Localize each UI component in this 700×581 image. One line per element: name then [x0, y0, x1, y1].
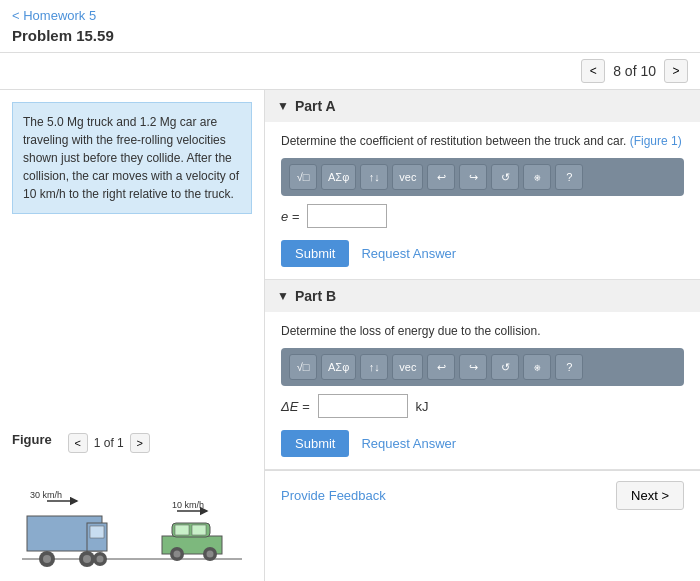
toolbar-b-redo[interactable]: ↪: [459, 354, 487, 380]
part-a-header[interactable]: ▼ Part A: [265, 90, 700, 122]
toolbar-b-undo[interactable]: ↩: [427, 354, 455, 380]
part-a-request[interactable]: Request Answer: [361, 246, 456, 261]
toolbar-a-vec[interactable]: vec: [392, 164, 423, 190]
part-a-instruction: Determine the coefficient of restitution…: [281, 134, 684, 148]
prev-button[interactable]: <: [581, 59, 605, 83]
figure-nav: < 1 of 1 >: [68, 433, 150, 453]
figure-prev-button[interactable]: <: [68, 433, 88, 453]
part-b-input-label: ΔE =: [281, 399, 310, 414]
feedback-link[interactable]: Provide Feedback: [281, 488, 386, 503]
next-button[interactable]: Next >: [616, 481, 684, 510]
part-a-title: Part A: [295, 98, 336, 114]
toolbar-a-undo[interactable]: ↩: [427, 164, 455, 190]
part-a-toggle: ▼: [277, 99, 289, 113]
part-b-instruction: Determine the loss of energy due to the …: [281, 324, 684, 338]
part-a-action-row: Submit Request Answer: [281, 240, 684, 267]
toolbar-b-sqrt[interactable]: √□: [289, 354, 317, 380]
toolbar-a-redo[interactable]: ↪: [459, 164, 487, 190]
nav-counter: 8 of 10: [613, 63, 656, 79]
part-b-toggle: ▼: [277, 289, 289, 303]
toolbar-b-help[interactable]: ?: [555, 354, 583, 380]
part-b-header[interactable]: ▼ Part B: [265, 280, 700, 312]
next-nav-button[interactable]: >: [664, 59, 688, 83]
svg-text:30 km/h: 30 km/h: [30, 490, 62, 500]
part-b-title: Part B: [295, 288, 336, 304]
part-b-input[interactable]: [318, 394, 408, 418]
svg-rect-15: [192, 525, 206, 535]
part-b-body: Determine the loss of energy due to the …: [265, 312, 700, 469]
toolbar-b-reset[interactable]: ↺: [491, 354, 519, 380]
figure-section: Figure < 1 of 1 >: [0, 422, 264, 581]
part-a-section: ▼ Part A Determine the coefficient of re…: [265, 90, 700, 280]
svg-point-7: [83, 555, 91, 563]
toolbar-a: √□ ΑΣφ ↑↓ vec ↩ ↪ ↺ ⎈ ?: [281, 158, 684, 196]
figure-image: 30 km/h 10 km/h: [12, 461, 252, 581]
toolbar-a-reset[interactable]: ↺: [491, 164, 519, 190]
svg-point-17: [174, 551, 181, 558]
part-a-submit[interactable]: Submit: [281, 240, 349, 267]
toolbar-b-vec[interactable]: vec: [392, 354, 423, 380]
part-b-section: ▼ Part B Determine the loss of energy du…: [265, 280, 700, 470]
figure-next-button[interactable]: >: [130, 433, 150, 453]
part-b-action-row: Submit Request Answer: [281, 430, 684, 457]
svg-rect-3: [90, 526, 104, 538]
toolbar-a-help[interactable]: ?: [555, 164, 583, 190]
svg-point-9: [97, 556, 104, 563]
part-a-input-label: e =: [281, 209, 299, 224]
svg-point-5: [43, 555, 51, 563]
toolbar-b-arrows[interactable]: ↑↓: [360, 354, 388, 380]
left-panel: The 5.0 Mg truck and 1.2 Mg car are trav…: [0, 90, 265, 581]
toolbar-b: √□ ΑΣφ ↑↓ vec ↩ ↪ ↺ ⎈ ?: [281, 348, 684, 386]
back-link[interactable]: Homework 5: [12, 8, 96, 23]
part-b-input-row: ΔE = kJ: [281, 394, 684, 418]
figure-title: Figure: [12, 432, 52, 447]
toolbar-a-sigma[interactable]: ΑΣφ: [321, 164, 356, 190]
page-title: Problem 15.59: [12, 27, 688, 44]
part-a-input-row: e =: [281, 204, 684, 228]
header: Homework 5 Problem 15.59: [0, 0, 700, 53]
figure-link-a[interactable]: (Figure 1): [630, 134, 682, 148]
part-a-body: Determine the coefficient of restitution…: [265, 122, 700, 279]
truck-scene-svg: 30 km/h 10 km/h: [22, 471, 242, 571]
toolbar-a-sqrt[interactable]: √□: [289, 164, 317, 190]
part-a-input[interactable]: [307, 204, 387, 228]
toolbar-a-keyboard[interactable]: ⎈: [523, 164, 551, 190]
main-layout: The 5.0 Mg truck and 1.2 Mg car are trav…: [0, 90, 700, 581]
figure-counter: 1 of 1: [94, 436, 124, 450]
svg-rect-14: [175, 525, 189, 535]
problem-description: The 5.0 Mg truck and 1.2 Mg car are trav…: [12, 102, 252, 214]
svg-text:10 km/h: 10 km/h: [172, 500, 204, 510]
toolbar-a-arrows[interactable]: ↑↓: [360, 164, 388, 190]
toolbar-b-sigma[interactable]: ΑΣφ: [321, 354, 356, 380]
part-b-submit[interactable]: Submit: [281, 430, 349, 457]
toolbar-b-keyboard[interactable]: ⎈: [523, 354, 551, 380]
bottom-bar: Provide Feedback Next >: [265, 470, 700, 520]
part-b-request[interactable]: Request Answer: [361, 436, 456, 451]
part-b-unit: kJ: [416, 399, 429, 414]
right-panel: ▼ Part A Determine the coefficient of re…: [265, 90, 700, 581]
svg-point-19: [207, 551, 214, 558]
nav-bar: < 8 of 10 >: [0, 53, 700, 90]
